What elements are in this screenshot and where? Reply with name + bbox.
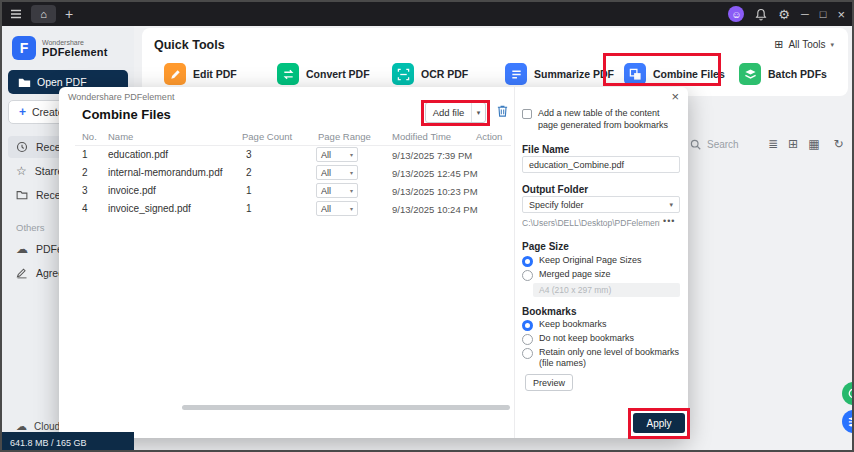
folder-open-icon	[18, 77, 31, 88]
minimize-button[interactable]: ─	[801, 9, 809, 20]
add-file-dropdown-icon[interactable]: ▾	[471, 103, 485, 122]
cloud-icon: ☁	[16, 242, 28, 256]
page-range-value: All	[321, 204, 331, 214]
table-header-divider	[75, 145, 511, 146]
sync-fab-button[interactable]	[842, 382, 854, 405]
merged-page-size-value: A4 (210 x 297 mm)	[539, 285, 611, 295]
dialog-title: Combine Files	[82, 107, 171, 122]
chevron-down-icon: ▾	[669, 201, 673, 209]
row-name: education.pdf	[108, 149, 168, 160]
toc-checkbox[interactable]	[522, 109, 532, 119]
col-header-page-count: Page Count	[242, 131, 292, 142]
output-folder-label: Output Folder	[522, 184, 588, 195]
new-tab-icon[interactable]: +	[65, 7, 73, 21]
row-no: 2	[82, 167, 88, 178]
radio-keep-bookmarks[interactable]	[522, 320, 533, 331]
tool-label: Combine Files	[653, 68, 725, 80]
radio-label: Merged page size	[539, 269, 611, 280]
search-placeholder: Search	[707, 139, 739, 150]
page-range-select[interactable]: All▾	[316, 165, 358, 180]
row-modified-time: 9/13/2025 10:23 PM	[392, 186, 478, 197]
search-icon	[690, 139, 701, 150]
row-modified-time: 9/13/2025 12:45 PM	[392, 168, 478, 179]
horizontal-scrollbar[interactable]	[182, 405, 510, 410]
others-section-label: Others	[16, 222, 45, 233]
combine-files-dialog: Wondershare PDFelement × Combine Files A…	[59, 87, 688, 438]
browse-folder-icon[interactable]: •••	[663, 216, 675, 226]
grid-view-icon[interactable]: ⊞	[788, 138, 798, 150]
star-icon: ☆	[16, 164, 27, 178]
storage-usage-bar: 641.8 MB / 165 GB	[2, 432, 134, 452]
apply-label: Apply	[646, 418, 671, 429]
combine-files-icon	[624, 63, 646, 85]
bookmarks-option-row: Do not keep bookmarks	[522, 333, 684, 345]
edit-pdf-icon	[164, 63, 186, 85]
preview-button[interactable]: Preview	[525, 374, 573, 391]
sliders-icon	[847, 415, 854, 428]
page-range-value: All	[321, 168, 331, 178]
radio-label: Keep Original Page Sizes	[539, 255, 642, 266]
delete-files-icon[interactable]	[496, 104, 509, 118]
clock-icon	[16, 141, 28, 153]
tool-ocr-pdf[interactable]: OCR PDF	[392, 62, 468, 86]
page-range-select[interactable]: All▾	[316, 183, 358, 198]
apply-button[interactable]: Apply	[633, 413, 685, 433]
row-modified-time: 9/13/2025 7:39 PM	[392, 150, 472, 161]
thumbnail-view-icon[interactable]: ▦	[808, 138, 819, 150]
row-no: 4	[82, 203, 88, 214]
radio-retain-one-level-bookmarks[interactable]	[522, 348, 533, 359]
gear-icon[interactable]: ⚙	[778, 8, 790, 21]
page-range-select[interactable]: All▾	[316, 147, 358, 162]
row-page-count: 2	[246, 167, 252, 178]
output-path-text: C:\Users\DELL\Desktop\PDFelement\Com	[522, 218, 660, 228]
add-file-button[interactable]: Add file ▾	[425, 102, 486, 123]
radio-merged-page-size[interactable]	[522, 270, 533, 281]
brand-bottom-text: PDFelement	[42, 46, 108, 58]
bookmarks-option-row: Retain only one level of bookmarks (file…	[522, 347, 684, 370]
page-size-option-row: Keep Original Page Sizes	[522, 255, 684, 267]
radio-do-not-keep-bookmarks[interactable]	[522, 334, 533, 345]
hamburger-menu-icon[interactable]	[10, 8, 22, 20]
plus-icon: +	[19, 105, 26, 119]
search-box[interactable]: Search	[690, 136, 739, 152]
all-tools-button[interactable]: ⊞ All Tools ▾	[774, 38, 834, 51]
page-range-select[interactable]: All▾	[316, 201, 358, 216]
tool-label: OCR PDF	[421, 68, 468, 80]
tool-summarize-pdf[interactable]: Summarize PDF	[505, 62, 614, 86]
avatar[interactable]: ☺	[728, 6, 744, 22]
tool-batch-pdfs[interactable]: Batch PDFs	[739, 62, 827, 86]
col-header-no: No.	[82, 131, 97, 142]
refresh-icon[interactable]: ↻	[833, 138, 843, 150]
grid-icon: ⊞	[774, 38, 783, 51]
assistant-fab-button[interactable]	[842, 410, 854, 433]
list-view-icon[interactable]: ≣	[768, 138, 778, 150]
file-name-input[interactable]: education_Combine.pdf	[522, 156, 680, 173]
home-tab[interactable]: ⌂	[31, 5, 56, 23]
radio-keep-original-page-sizes[interactable]	[522, 256, 533, 267]
convert-pdf-icon	[277, 63, 299, 85]
radio-label: Retain only one level of bookmarks (file…	[539, 347, 684, 370]
tool-edit-pdf[interactable]: Edit PDF	[164, 62, 237, 86]
tool-label: Summarize PDF	[534, 68, 614, 80]
dialog-close-icon[interactable]: ×	[671, 89, 679, 104]
chevron-down-icon: ▾	[350, 205, 353, 212]
quick-tools-title: Quick Tools	[154, 38, 225, 52]
row-page-count: 3	[246, 149, 252, 160]
cloud-icon: ☁	[16, 420, 27, 433]
row-page-count: 1	[246, 203, 252, 214]
storage-usage-text: 641.8 MB / 165 GB	[10, 438, 87, 448]
quick-tools-card: Quick Tools ⊞ All Tools ▾ Edit PDF Conve…	[142, 28, 848, 96]
merged-page-size-input: A4 (210 x 297 mm)	[533, 283, 680, 297]
col-header-action: Action	[476, 131, 502, 142]
tool-convert-pdf[interactable]: Convert PDF	[277, 62, 370, 86]
page-size-label: Page Size	[522, 241, 569, 252]
row-name: internal-memorandum.pdf	[108, 167, 223, 178]
tool-combine-files[interactable]: Combine Files	[624, 62, 725, 86]
output-folder-select[interactable]: Specify folder ▾	[522, 196, 680, 213]
maximize-button[interactable]: □	[820, 9, 827, 20]
app-window: ⌂ + ☺ ⚙ ─ □ × F Wondershare PDFelement O…	[0, 0, 854, 452]
bell-icon[interactable]	[755, 8, 767, 21]
page-range-value: All	[321, 186, 331, 196]
close-button[interactable]: ×	[837, 8, 845, 21]
row-no: 3	[82, 185, 88, 196]
